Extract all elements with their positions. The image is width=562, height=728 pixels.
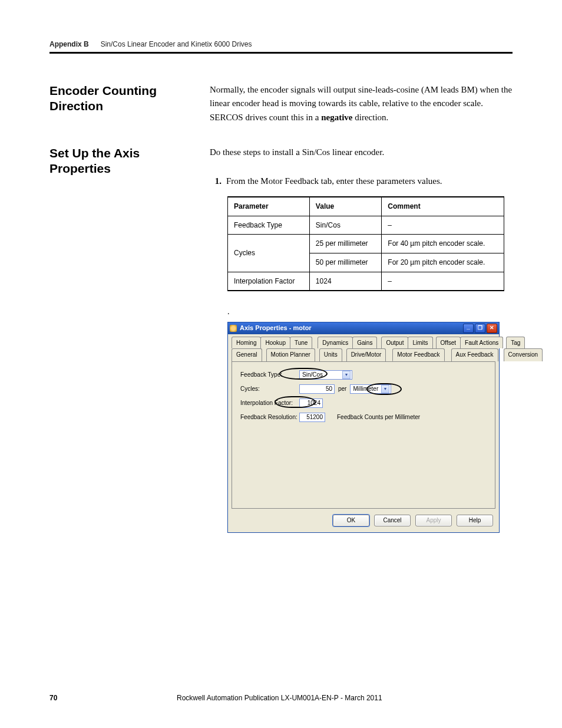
td: 25 per millimeter bbox=[309, 235, 381, 253]
tabs-row-top: Homing Hookup Tune Dynamics Gains Output… bbox=[232, 337, 495, 349]
step-text: From the Motor Feedback tab, enter these… bbox=[226, 174, 513, 188]
tab-aux-feedback[interactable]: Aux Feedback bbox=[451, 348, 498, 361]
tab-hookup[interactable]: Hookup bbox=[260, 337, 290, 349]
feedback-type-select[interactable]: Sin/Cos bbox=[299, 370, 352, 380]
tab-motor-feedback[interactable]: Motor Feedback bbox=[392, 348, 444, 361]
chevron-down-icon bbox=[342, 371, 351, 379]
dialog-title: Axis Properties - motor bbox=[240, 323, 463, 333]
publication-info: Rockwell Automation Publication LX-UM001… bbox=[177, 694, 513, 702]
header-rule bbox=[49, 52, 513, 54]
feedback-resolution-input[interactable]: 51200 bbox=[299, 413, 325, 422]
interpolation-factor-input[interactable]: 1024 bbox=[299, 398, 323, 408]
td: – bbox=[382, 272, 504, 291]
tab-gains[interactable]: Gains bbox=[352, 337, 377, 349]
label-per: per bbox=[338, 384, 346, 394]
td: Cycles bbox=[228, 235, 310, 272]
apply-button[interactable]: Apply bbox=[415, 515, 452, 526]
dialog-buttons: OK Cancel Apply Help bbox=[228, 512, 499, 532]
close-button[interactable] bbox=[487, 324, 497, 333]
page-header: Appendix B Sin/Cos Linear Encoder and Ki… bbox=[49, 40, 513, 52]
cycles-unit-select[interactable]: Millimeter bbox=[350, 384, 391, 394]
tab-dynamics[interactable]: Dynamics bbox=[318, 337, 353, 349]
help-button[interactable]: Help bbox=[457, 515, 493, 526]
label-resolution-units: Feedback Counts per Millimeter bbox=[337, 413, 420, 422]
th-comment: Comment bbox=[382, 197, 504, 216]
tabs-row-bottom: General Motion Planner Units Drive/Motor… bbox=[232, 348, 495, 361]
encoder-text-post: direction. bbox=[353, 113, 389, 122]
tab-homing[interactable]: Homing bbox=[232, 337, 261, 349]
label-feedback-resolution: Feedback Resolution: bbox=[240, 413, 299, 422]
chevron-down-icon bbox=[381, 385, 389, 393]
section-body-encoder: Normally, the encoder signals will outpu… bbox=[210, 83, 513, 124]
td: For 20 µm pitch encoder scale. bbox=[382, 253, 504, 272]
label-cycles: Cycles: bbox=[240, 384, 299, 394]
parameter-table: Parameter Value Comment Feedback Type Si… bbox=[227, 196, 504, 291]
encoder-text-bold: negative bbox=[321, 113, 352, 122]
tab-tune[interactable]: Tune bbox=[290, 337, 312, 349]
td: Sin/Cos bbox=[309, 216, 381, 235]
tab-offset[interactable]: Offset bbox=[436, 337, 461, 349]
tab-fault-actions[interactable]: Fault Actions bbox=[460, 337, 503, 349]
tab-motion-planner[interactable]: Motion Planner bbox=[266, 348, 315, 361]
step-number: 1. bbox=[210, 174, 222, 188]
page-number: 70 bbox=[49, 694, 177, 702]
tab-units[interactable]: Units bbox=[319, 348, 342, 361]
td: Feedback Type bbox=[228, 216, 310, 235]
app-icon bbox=[230, 325, 237, 332]
axis-properties-dialog: Axis Properties - motor Homing Hookup bbox=[227, 322, 500, 533]
header-title: Sin/Cos Linear Encoder and Kinetix 6000 … bbox=[101, 40, 252, 48]
feedback-type-value: Sin/Cos bbox=[302, 370, 342, 380]
cancel-button[interactable]: Cancel bbox=[374, 515, 411, 526]
setup-intro: Do these steps to install a Sin/Cos line… bbox=[210, 146, 513, 159]
td: – bbox=[382, 216, 504, 235]
ok-button[interactable]: OK bbox=[333, 515, 369, 526]
label-feedback-type: Feedback Type: bbox=[240, 370, 299, 380]
td: Interpolation Factor bbox=[228, 272, 310, 291]
td: For 40 µm pitch encoder scale. bbox=[382, 235, 504, 253]
th-parameter: Parameter bbox=[228, 197, 310, 216]
page-footer: 70 Rockwell Automation Publication LX-UM… bbox=[49, 694, 513, 702]
cycles-input[interactable]: 50 bbox=[299, 384, 335, 394]
td: 1024 bbox=[309, 272, 381, 291]
dialog-titlebar[interactable]: Axis Properties - motor bbox=[228, 322, 499, 334]
dialog-body: Feedback Type: Sin/Cos Cycles: 50 bbox=[232, 361, 495, 509]
section-heading-setup: Set Up the Axis Properties bbox=[49, 146, 198, 533]
tab-general[interactable]: General bbox=[232, 348, 262, 361]
label-interpolation-factor: Interpolation Factor: bbox=[240, 398, 299, 408]
th-value: Value bbox=[309, 197, 381, 216]
section-heading-encoder: Encoder Counting Direction bbox=[49, 83, 198, 124]
td: 50 per millimeter bbox=[309, 253, 381, 272]
appendix-label: Appendix B bbox=[49, 40, 89, 48]
cycles-unit-value: Millimeter bbox=[353, 384, 381, 394]
maximize-button[interactable] bbox=[475, 324, 485, 333]
tab-output[interactable]: Output bbox=[381, 337, 408, 349]
period: . bbox=[227, 305, 513, 318]
tab-drive-motor[interactable]: Drive/Motor bbox=[346, 348, 386, 361]
minimize-button[interactable] bbox=[463, 324, 474, 333]
tab-conversion[interactable]: Conversion bbox=[504, 348, 543, 361]
tab-limits[interactable]: Limits bbox=[408, 337, 432, 349]
tab-tag[interactable]: Tag bbox=[506, 337, 525, 349]
